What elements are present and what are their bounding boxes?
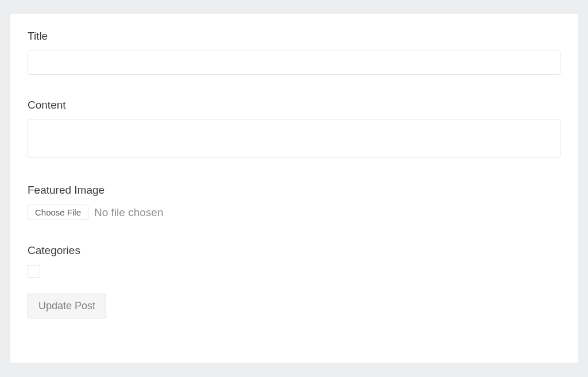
featured-image-label: Featured Image — [28, 184, 560, 197]
title-input[interactable] — [28, 51, 560, 75]
title-label: Title — [28, 30, 560, 43]
content-label: Content — [28, 99, 560, 111]
categories-label: Categories — [28, 244, 560, 257]
content-textarea[interactable] — [28, 120, 560, 157]
update-post-button[interactable]: Update Post — [28, 294, 106, 318]
categories-field: Categories — [28, 244, 560, 278]
file-chooser-row: Choose File No file chosen — [28, 205, 560, 220]
category-checkbox[interactable] — [28, 265, 40, 278]
file-status-text: No file chosen — [94, 206, 163, 219]
title-field: Title — [28, 30, 560, 75]
content-field: Content — [28, 99, 560, 160]
featured-image-field: Featured Image Choose File No file chose… — [28, 184, 560, 220]
choose-file-button[interactable]: Choose File — [28, 205, 88, 220]
post-form-card: Title Content Featured Image Choose File… — [10, 14, 578, 363]
